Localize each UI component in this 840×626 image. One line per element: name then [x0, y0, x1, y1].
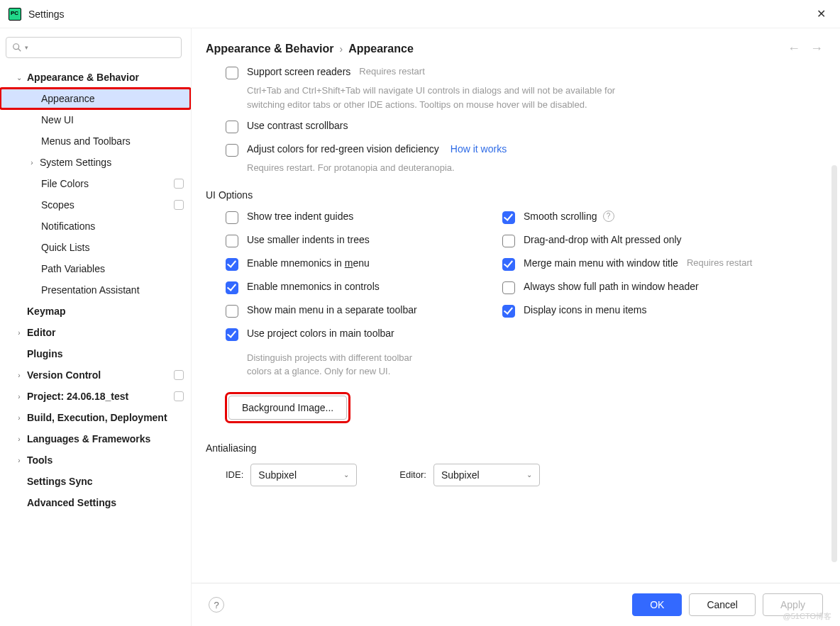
sidebar-item-label: Presentation Assistant: [41, 284, 184, 296]
screen-readers-checkbox[interactable]: [226, 67, 238, 79]
ok-button[interactable]: OK: [632, 593, 682, 616]
apply-button[interactable]: Apply: [763, 593, 823, 616]
sidebar-item-build-execution-deployment[interactable]: ›Build, Execution, Deployment: [0, 407, 191, 428]
color-deficiency-label: Adjust colors for red-green vision defic…: [247, 143, 439, 155]
scheme-badge-icon: [174, 200, 184, 210]
sidebar-item-presentation-assistant[interactable]: Presentation Assistant: [0, 279, 191, 301]
background-image-button[interactable]: Background Image...: [228, 396, 347, 420]
ui-option-checkbox-right-3[interactable]: [502, 281, 515, 294]
ui-option-checkbox-right-1[interactable]: [502, 235, 515, 247]
chevron-right-icon[interactable]: ›: [14, 414, 24, 422]
sidebar-item-label: Version Control: [27, 369, 174, 381]
breadcrumb-parent[interactable]: Appearance & Behavior: [206, 43, 334, 55]
ui-option-checkbox-left-5[interactable]: [226, 328, 238, 341]
chevron-right-icon[interactable]: ›: [27, 159, 37, 167]
chevron-right-icon: ›: [340, 43, 343, 55]
sidebar-item-tools[interactable]: ›Tools: [0, 449, 191, 471]
sidebar-item-label: New UI: [41, 114, 184, 125]
aa-editor-select[interactable]: Subpixel ⌄: [433, 464, 540, 486]
sidebar-item-menus-and-toolbars[interactable]: Menus and Toolbars: [0, 130, 191, 152]
screen-readers-desc: Ctrl+Tab and Ctrl+Shift+Tab will navigat…: [247, 84, 616, 111]
sidebar-item-notifications[interactable]: Notifications: [0, 216, 191, 237]
aa-ide-label: IDE:: [226, 469, 243, 480]
search-input[interactable]: ▾: [6, 37, 182, 58]
chevron-right-icon[interactable]: ›: [14, 329, 24, 337]
screen-readers-label: Support screen readers: [247, 66, 350, 77]
background-image-highlight: Background Image...: [226, 393, 350, 423]
sidebar: ▾ ⌄Appearance & BehaviorAppearanceNew UI…: [0, 28, 192, 626]
ui-option-checkbox-right-0[interactable]: [502, 211, 515, 224]
help-button[interactable]: ?: [209, 597, 224, 613]
ui-option-label: Use smaller indents in trees: [247, 234, 370, 245]
titlebar: Settings ✕: [0, 0, 840, 28]
restart-hint: Requires restart: [687, 257, 752, 268]
sidebar-item-label: Project: 24.06.18_test: [27, 391, 174, 402]
sidebar-item-keymap[interactable]: Keymap: [0, 301, 191, 322]
svg-point-0: [13, 44, 19, 50]
sidebar-item-advanced-settings[interactable]: Advanced Settings: [0, 492, 191, 513]
ui-option-checkbox-left-4[interactable]: [226, 305, 238, 318]
body: ▾ ⌄Appearance & BehaviorAppearanceNew UI…: [0, 28, 840, 626]
sidebar-item-file-colors[interactable]: File Colors: [0, 173, 191, 194]
sidebar-item-plugins[interactable]: Plugins: [0, 343, 191, 364]
close-icon[interactable]: ✕: [811, 4, 831, 23]
ui-option-label: Show main menu in a separate toolbar: [247, 304, 417, 315]
chevron-down-icon[interactable]: ⌄: [14, 74, 24, 82]
ui-option-label: Always show full path in window header: [524, 281, 699, 292]
footer: ? OK Cancel Apply: [192, 583, 840, 626]
sidebar-item-new-ui[interactable]: New UI: [0, 109, 191, 130]
ui-option-label: Use project colors in main toolbar: [247, 328, 394, 339]
scrollbar[interactable]: [831, 165, 837, 562]
search-icon: [12, 43, 22, 52]
help-icon[interactable]: ?: [603, 211, 614, 222]
ui-option-checkbox-left-0[interactable]: [226, 211, 238, 224]
sidebar-item-settings-sync[interactable]: Settings Sync: [0, 471, 191, 492]
sidebar-item-appearance-behavior[interactable]: ⌄Appearance & Behavior: [0, 67, 191, 88]
search-filter-dropdown-icon[interactable]: ▾: [25, 44, 28, 51]
chevron-right-icon[interactable]: ›: [14, 371, 24, 379]
ui-options-title: UI Options: [206, 189, 812, 201]
chevron-down-icon: ⌄: [526, 471, 532, 479]
chevron-right-icon[interactable]: ›: [14, 457, 24, 464]
ui-option-checkbox-left-3[interactable]: [226, 281, 238, 294]
pycharm-icon: [9, 8, 21, 21]
sidebar-item-scopes[interactable]: Scopes: [0, 194, 191, 216]
sidebar-item-project-24-06-18-test[interactable]: ›Project: 24.06.18_test: [0, 386, 191, 407]
antialiasing-title: Antialiasing: [206, 442, 812, 454]
chevron-right-icon[interactable]: ›: [14, 435, 24, 443]
ui-option-checkbox-right-2[interactable]: [502, 258, 515, 271]
ui-option-label: Display icons in menu items: [524, 304, 647, 315]
chevron-right-icon[interactable]: ›: [14, 393, 24, 401]
sidebar-item-label: Advanced Settings: [27, 497, 184, 508]
cancel-button[interactable]: Cancel: [689, 593, 756, 616]
contrast-scrollbars-checkbox[interactable]: [226, 121, 238, 133]
ui-option-checkbox-left-2[interactable]: [226, 258, 238, 271]
aa-ide-select[interactable]: Subpixel ⌄: [250, 464, 357, 486]
ui-option-label: Show tree indent guides: [247, 211, 353, 222]
sidebar-item-path-variables[interactable]: Path Variables: [0, 258, 191, 279]
sidebar-item-languages-frameworks[interactable]: ›Languages & Frameworks: [0, 428, 191, 449]
ui-options-grid: Show tree indent guidesUse smaller inden…: [226, 211, 812, 387]
content-area: Support screen readers Requires restart …: [192, 66, 840, 583]
how-it-works-link[interactable]: How it works: [451, 143, 507, 155]
contrast-scrollbars-label: Use contrast scrollbars: [247, 120, 348, 131]
sidebar-item-quick-lists[interactable]: Quick Lists: [0, 237, 191, 258]
sidebar-item-editor[interactable]: ›Editor: [0, 322, 191, 343]
ui-option-label: Enable mnemonics in menu: [247, 257, 370, 269]
sidebar-item-label: Build, Execution, Deployment: [27, 412, 184, 423]
sidebar-item-label: File Colors: [41, 178, 174, 189]
settings-tree[interactable]: ⌄Appearance & BehaviorAppearanceNew UIMe…: [0, 67, 191, 626]
breadcrumb-current: Appearance: [348, 43, 414, 55]
nav-forward-icon[interactable]: →: [810, 41, 823, 56]
sidebar-item-version-control[interactable]: ›Version Control: [0, 364, 191, 386]
nav-back-icon[interactable]: ←: [788, 41, 800, 56]
sidebar-item-label: Notifications: [41, 220, 184, 232]
ui-option-checkbox-right-4[interactable]: [502, 305, 515, 318]
sidebar-item-label: Path Variables: [41, 263, 184, 274]
scheme-badge-icon: [174, 179, 184, 189]
ui-option-label: Drag-and-drop with Alt pressed only: [524, 234, 682, 245]
sidebar-item-system-settings[interactable]: ›System Settings: [0, 152, 191, 173]
sidebar-item-appearance[interactable]: Appearance: [0, 88, 191, 109]
color-deficiency-checkbox[interactable]: [226, 144, 238, 157]
ui-option-checkbox-left-1[interactable]: [226, 235, 238, 247]
